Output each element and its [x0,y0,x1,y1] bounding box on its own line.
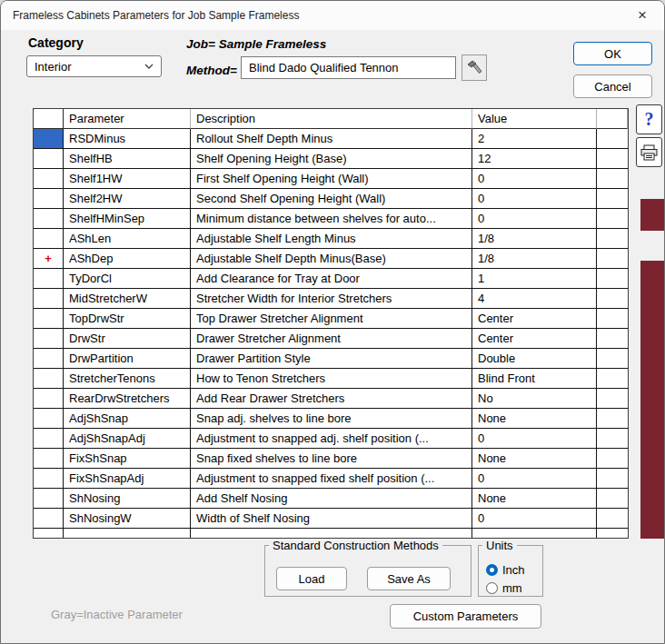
table-row[interactable]: Shelf2HWSecond Shelf Opening Height (Wal… [34,189,628,209]
row-selector[interactable] [34,509,64,529]
description-cell[interactable]: How to Tenon Stretchers [191,369,472,389]
row-tail-cell[interactable] [597,289,628,309]
value-cell[interactable]: 1/8 [472,229,597,249]
row-selector[interactable] [34,309,64,329]
row-selector[interactable] [34,229,64,249]
value-cell[interactable]: Center [472,329,597,349]
row-selector[interactable] [34,289,64,309]
description-cell[interactable]: Top Drawer Stretcher Alignment [191,309,472,329]
row-tail-cell[interactable] [597,229,628,249]
value-cell[interactable]: 0 [472,189,597,209]
value-cell[interactable]: None [472,489,597,509]
ok-button[interactable]: OK [573,42,652,65]
row-tail-cell[interactable] [597,349,628,369]
table-row[interactable]: AShLenAdjustable Shelf Length Minus1/8 [34,229,628,249]
cancel-button[interactable]: Cancel [573,74,652,98]
row-tail-cell[interactable] [597,309,628,329]
description-cell[interactable]: Snap fixed shelves to line bore [191,449,472,469]
row-selector[interactable] [34,329,64,349]
row-tail-cell[interactable] [597,129,628,149]
column-header-value[interactable]: Value [472,109,597,129]
table-row[interactable]: DrwStrDrawer Stretcher AlignmentCenter [34,329,628,349]
parameter-cell[interactable]: ShNosing [64,489,191,509]
radio-inch[interactable]: Inch [486,563,525,577]
parameter-cell[interactable]: ShelfHB [64,149,191,169]
parameter-cell[interactable]: MidStretcherW [64,289,191,309]
parameter-cell[interactable]: FixShSnapAdj [64,469,191,489]
scrollbar-thumb-upper[interactable] [640,199,665,231]
description-cell[interactable]: Drawer Partition Style [191,349,472,369]
table-row[interactable]: ShelfHBShelf Opening Height (Base)12 [34,149,628,169]
parameter-cell[interactable]: TopDrwStr [64,309,191,329]
description-cell[interactable]: Width of Shelf Nosing [191,509,472,529]
value-cell[interactable]: 12 [472,149,597,169]
description-cell[interactable]: Second Shelf Opening Height (Wall) [191,189,472,209]
value-cell[interactable]: 0 [472,509,597,529]
table-row[interactable]: AdjShSnapAdjAdjustment to snapped adj. s… [34,429,628,449]
row-tail-cell[interactable] [597,469,628,489]
row-tail-cell[interactable] [597,389,628,409]
row-tail-cell[interactable] [597,269,628,289]
row-tail-cell[interactable] [597,329,628,349]
load-button[interactable]: Load [276,567,347,590]
row-selector[interactable] [34,529,64,539]
table-row[interactable]: RearDrwStretchersAdd Rear Drawer Stretch… [34,389,628,409]
description-cell[interactable]: Drawer Stretcher Alignment [191,329,472,349]
parameter-cell[interactable]: AdjShSnapAdj [64,429,191,449]
description-cell[interactable]: First Shelf Opening Height (Wall) [191,169,472,189]
value-cell[interactable]: Blind Front [472,369,597,389]
description-cell[interactable]: Rollout Shelf Depth Minus [191,129,472,149]
table-row[interactable]: DrwPartitionDrawer Partition StyleDouble [34,349,628,369]
value-cell[interactable]: Center [472,309,597,329]
value-cell[interactable]: 0 [472,469,597,489]
row-selector[interactable] [34,189,64,209]
value-cell[interactable]: 4 [472,289,597,309]
parameter-cell[interactable]: RSDMinus [64,129,191,149]
parameter-cell[interactable]: ShelfHMinSep [64,209,191,229]
description-cell[interactable]: Adjustment to snapped adj. shelf positio… [191,429,472,449]
row-selector[interactable] [34,489,64,509]
table-row[interactable]: StretcherTenonsHow to Tenon StretchersBl… [34,369,628,389]
parameter-cell[interactable] [64,529,191,539]
parameter-cell[interactable]: Shelf2HW [64,189,191,209]
scrollbar-thumb-lower[interactable] [640,261,665,539]
column-header-description[interactable]: Description [191,109,472,129]
table-row[interactable]: Shelf1HWFirst Shelf Opening Height (Wall… [34,169,628,189]
value-cell[interactable]: 0 [472,209,597,229]
table-row[interactable]: FixShSnapSnap fixed shelves to line bore… [34,449,628,469]
table-row[interactable]: +AShDepAdjustable Shelf Depth Minus(Base… [34,249,628,269]
parameter-cell[interactable]: TyDorCl [64,269,191,289]
row-selector[interactable] [34,169,64,189]
value-cell[interactable]: 1 [472,269,597,289]
parameter-cell[interactable]: DrwStr [64,329,191,349]
table-row[interactable] [34,529,628,539]
table-row[interactable]: FixShSnapAdjAdjustment to snapped fixed … [34,469,628,489]
parameter-cell[interactable]: DrwPartition [64,349,191,369]
custom-parameters-button[interactable]: Custom Parameters [390,604,541,629]
row-selector[interactable] [34,269,64,289]
table-row[interactable]: TyDorClAdd Clearance for Tray at Door1 [34,269,628,289]
row-tail-cell[interactable] [597,509,628,529]
parameter-cell[interactable]: AShLen [64,229,191,249]
row-tail-cell[interactable] [597,429,628,449]
row-selector[interactable]: + [34,249,64,269]
value-cell[interactable]: 1/8 [472,249,597,269]
print-button[interactable] [636,137,662,167]
row-tail-cell[interactable] [597,369,628,389]
parameter-cell[interactable]: AShDep [64,249,191,269]
value-cell[interactable]: No [472,389,597,409]
parameter-cell[interactable]: AdjShSnap [64,409,191,429]
row-tail-cell[interactable] [597,209,628,229]
category-select[interactable]: Interior [26,55,162,77]
description-cell[interactable]: Add Clearance for Tray at Door [191,269,472,289]
table-row[interactable]: ShelfHMinSepMinimum distance between she… [34,209,628,229]
description-cell[interactable]: Snap adj. shelves to line bore [191,409,472,429]
description-cell[interactable]: Adjustment to snapped fixed shelf positi… [191,469,472,489]
description-cell[interactable]: Minimum distance between shelves for aut… [191,209,472,229]
help-button[interactable]: ? [636,104,662,134]
value-cell[interactable]: 0 [472,169,597,189]
row-selector[interactable] [34,369,64,389]
description-cell[interactable] [191,529,472,539]
row-tail-cell[interactable] [597,189,628,209]
row-selector[interactable] [34,429,64,449]
